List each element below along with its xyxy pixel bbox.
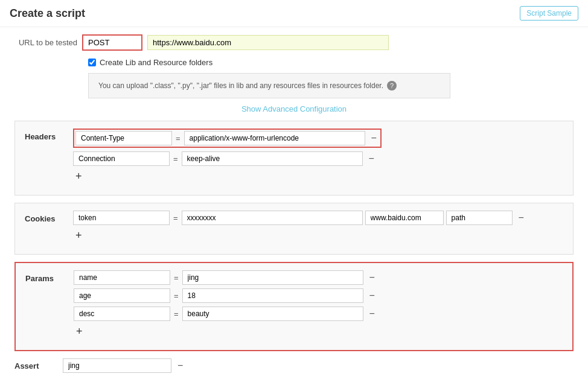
info-box: You can upload ".class", ".py", ".jar" f… [88, 73, 450, 98]
url-row: URL to be tested [10, 34, 578, 51]
header-value-0[interactable] [184, 131, 365, 145]
header-remove-1[interactable]: − [366, 153, 377, 165]
headers-content: = − = − + [73, 129, 563, 183]
param-value-0[interactable] [182, 270, 363, 285]
cookie-domain-0[interactable] [365, 211, 444, 225]
param-key-1[interactable] [74, 288, 170, 303]
assert-input[interactable] [63, 358, 171, 373]
param-row-1: = − [74, 288, 563, 303]
cookie-row-0: = − [73, 211, 563, 225]
param-eq-0: = [174, 273, 179, 282]
params-row: Params = − = − [25, 270, 563, 338]
header-key-1[interactable] [73, 151, 170, 166]
headers-row: Headers = − = [25, 129, 563, 183]
top-bar: Create a script Script Sample [0, 0, 588, 27]
param-value-2[interactable] [182, 307, 363, 321]
param-add-row: + [74, 325, 563, 338]
param-add-button[interactable]: + [74, 325, 85, 338]
params-section: Params = − = − [14, 262, 574, 351]
cookie-path-0[interactable] [446, 211, 513, 225]
param-eq-1: = [174, 291, 179, 300]
header-row-1: = − [73, 151, 563, 166]
lib-checkbox-row: Create Lib and Resource folders [88, 58, 578, 67]
page-container: Create a script Script Sample URL to be … [0, 0, 588, 391]
headers-label: Headers [25, 129, 73, 141]
param-value-1[interactable] [182, 288, 363, 303]
header-eq-0: = [176, 134, 181, 143]
cookie-eq-0: = [173, 214, 178, 223]
script-sample-button[interactable]: Script Sample [520, 6, 578, 21]
cookie-add-row: + [73, 229, 563, 242]
show-advanced-link[interactable]: Show Advanced Configuration [241, 104, 347, 113]
method-input[interactable] [82, 34, 142, 51]
cookie-add-button[interactable]: + [73, 229, 85, 242]
param-remove-2[interactable]: − [367, 308, 377, 320]
header-add-row: + [73, 170, 563, 183]
cookie-remove-0[interactable]: − [516, 212, 526, 224]
params-content: = − = − = [74, 270, 563, 338]
param-row-0: = − [74, 270, 563, 285]
cookies-label: Cookies [25, 211, 73, 223]
assert-label: Assert [14, 361, 63, 370]
info-text: You can upload ".class", ".py", ".jar" f… [98, 81, 383, 90]
help-icon[interactable]: ? [387, 81, 397, 91]
lib-checkbox-label: Create Lib and Resource folders [100, 58, 213, 67]
assert-section: Assert − [14, 358, 578, 373]
cookies-row: Cookies = − + [25, 211, 563, 242]
param-remove-0[interactable]: − [367, 272, 377, 284]
form-section: URL to be tested Create Lib and Resource… [0, 27, 588, 380]
header-key-0[interactable] [75, 131, 172, 145]
show-advanced: Show Advanced Configuration [10, 104, 578, 113]
header-remove-0[interactable]: − [369, 132, 379, 144]
header-row-0: = [75, 131, 365, 145]
lib-checkbox[interactable] [88, 59, 96, 66]
header-value-1[interactable] [182, 151, 363, 166]
page-title: Create a script [10, 7, 85, 20]
url-input[interactable] [147, 35, 389, 50]
param-key-0[interactable] [74, 270, 170, 285]
param-remove-1[interactable]: − [367, 290, 377, 302]
cookies-content: = − + [73, 211, 563, 242]
param-key-2[interactable] [74, 307, 170, 321]
params-label: Params [25, 270, 74, 283]
url-label: URL to be tested [10, 38, 82, 47]
param-row-2: = − [74, 307, 563, 321]
cookie-value-0[interactable] [182, 211, 363, 225]
headers-section: Headers = − = [14, 121, 574, 196]
header-eq-1: = [173, 154, 178, 164]
assert-remove[interactable]: − [175, 360, 185, 372]
header-add-button[interactable]: + [73, 170, 85, 183]
param-eq-2: = [174, 310, 179, 319]
cookie-key-0[interactable] [73, 211, 170, 225]
cookies-section: Cookies = − + [14, 203, 574, 255]
